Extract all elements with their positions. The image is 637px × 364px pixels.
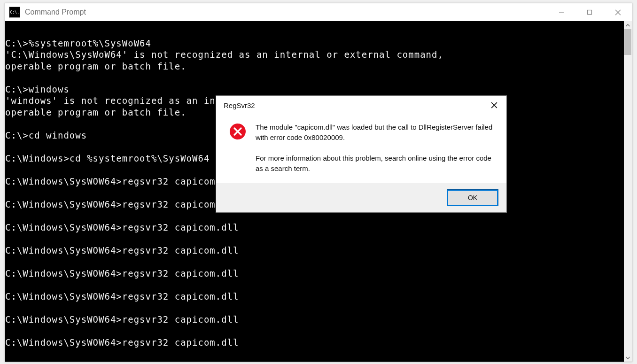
dialog-text: The module "capicom.dll" was loaded but …: [256, 122, 497, 174]
close-button[interactable]: [604, 3, 632, 21]
scroll-down-arrow-icon[interactable]: [624, 354, 632, 362]
window-title: Command Prompt: [25, 8, 86, 16]
cmd-icon-text: C:\.: [10, 10, 19, 15]
regsvr32-dialog: RegSvr32 The module "capicom.dll" was lo…: [216, 95, 507, 213]
dialog-close-button[interactable]: [488, 99, 501, 112]
dialog-footer: OK: [216, 183, 506, 212]
scroll-up-arrow-icon[interactable]: [624, 21, 632, 29]
titlebar[interactable]: C:\. Command Prompt: [5, 3, 632, 21]
cmd-icon: C:\.: [9, 7, 20, 18]
window-controls: [547, 3, 632, 21]
dialog-body: The module "capicom.dll" was loaded but …: [216, 115, 506, 183]
svg-rect-1: [588, 10, 592, 15]
error-icon: [229, 123, 246, 174]
dialog-message-2: For more information about this problem,…: [256, 153, 497, 174]
maximize-button[interactable]: [575, 3, 604, 21]
dialog-message-1: The module "capicom.dll" was loaded but …: [256, 122, 497, 143]
scrollbar[interactable]: [624, 21, 632, 362]
scroll-thumb[interactable]: [624, 29, 631, 55]
ok-button[interactable]: OK: [447, 190, 498, 206]
dialog-titlebar[interactable]: RegSvr32: [216, 96, 506, 115]
minimize-button[interactable]: [547, 3, 575, 21]
dialog-title: RegSvr32: [224, 101, 255, 109]
